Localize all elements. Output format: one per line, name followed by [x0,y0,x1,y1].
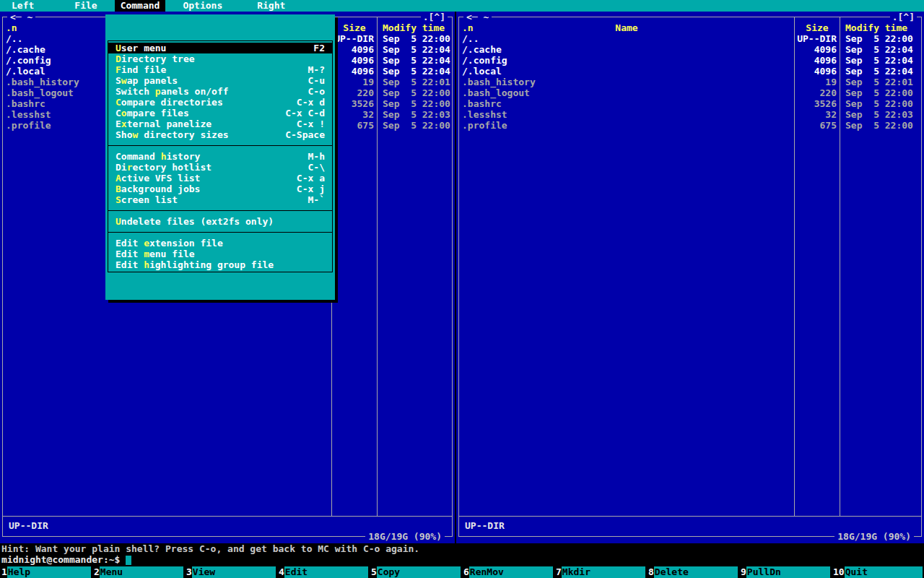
menu-item-switch-panels-on-off[interactable]: Switch panels on/offC-o [108,86,332,97]
fkey-edit[interactable]: 4Edit [277,566,370,578]
fkey-delete[interactable]: 8Delete [647,566,739,578]
menu-item-shortcut: C-x ! [297,118,325,129]
fkey-copy[interactable]: 5Copy [370,566,462,578]
menu-item-external-panelize[interactable]: External panelizeC-x ! [108,118,332,129]
free-space: 18G/19G (90%) [834,531,914,542]
menu-item-label-post: ighlighting group file [149,259,274,270]
menu-item-find-file[interactable]: Find fileM-? [108,64,332,75]
file-name: /.config [462,55,507,66]
panel-path[interactable]: <─ ~ [7,12,35,22]
column-header-mtime[interactable]: Modify time [845,22,907,33]
menu-item-directory-tree[interactable]: Directory tree [108,53,332,64]
menu-item-hotkey-letter: o [121,108,127,118]
menu-item-shortcut: C-o [308,86,325,97]
terminal-cursor [126,556,131,565]
menu-item-screen-list[interactable]: Screen listM-` [108,194,332,205]
file-name: .profile [6,120,51,131]
file-mtime: Sep 5 22:00 [383,120,450,131]
menu-item-label-pre: C [116,108,121,118]
menu-item-edit-highlighting-group-file[interactable]: Edit highlighting group file [108,259,332,270]
fkey-number: 10 [832,566,845,578]
fkey-pulldn[interactable]: 9PullDn [739,566,832,578]
file-mtime: Sep 5 22:00 [845,98,913,109]
file-name: /.local [6,66,45,77]
menu-item-command-history[interactable]: Command historyM-h [108,151,332,162]
file-name: .profile [462,120,507,131]
menu-separator [108,227,332,238]
fkey-help[interactable]: 1Help [0,566,92,578]
fkey-mkdir[interactable]: 7Mkdir [554,566,647,578]
menu-item-label-post: ternal panelize [127,118,212,129]
panel-path[interactable]: <─ ~ [463,12,492,22]
file-row[interactable]: .bashrc3526Sep 5 22:00 [459,98,921,109]
file-name: .bash_history [6,77,79,87]
menu-item-shortcut: C-x a [297,173,325,184]
file-row[interactable]: /..UP--DIRSep 5 22:00 [459,33,921,44]
fkey-number: 4 [277,566,284,578]
menu-item-background-jobs[interactable]: Background jobsC-x j [108,184,332,194]
menu-item-show-directory-sizes[interactable]: Show directory sizesC-Space [108,129,332,140]
menu-item-user-menu[interactable]: User menuF2 [108,43,332,53]
menu-item-compare-files[interactable]: Compare filesC-x C-d [108,108,332,118]
file-size: 675 [747,120,837,131]
file-name: /.cache [462,44,502,55]
file-row[interactable]: .lesshst32Sep 5 22:03 [459,109,921,120]
panel-history-control[interactable]: .[^] [890,12,917,22]
file-row[interactable]: /.cache4096Sep 5 22:04 [459,44,921,55]
file-row[interactable]: /.local4096Sep 5 22:04 [459,66,921,77]
file-row[interactable]: /.config4096Sep 5 22:04 [459,55,921,66]
menu-item-label-post: irectory tree [121,53,195,64]
menu-item-label-post: ap panels [127,75,178,86]
file-row[interactable]: .bash_history19Sep 5 22:01 [459,77,921,87]
column-header-mtime[interactable]: Modify time [383,22,445,33]
menubar-item-file[interactable]: File [69,0,103,12]
fkey-label: Menu [100,566,183,578]
menubar-item-left[interactable]: Left [6,0,40,12]
menu-item-undelete-files-ext2fs-only[interactable]: Undelete files (ext2fs only) [108,216,332,227]
fkey-number: 9 [739,566,746,578]
file-name: .lesshst [6,109,51,120]
menu-separator-line [108,232,332,233]
fkey-number: 7 [554,566,562,578]
menu-item-active-vfs-list[interactable]: Active VFS listC-x a [108,173,332,184]
fkey-quit[interactable]: 10Quit [832,566,924,578]
file-size: 19 [747,77,837,87]
file-name: /.local [462,66,502,77]
fkey-view[interactable]: 3View [185,566,277,578]
menu-item-hotkey-letter: w [121,75,127,86]
menu-item-label-post: ser menu [121,43,167,53]
menu-item-directory-hotlist[interactable]: Directory hotlistC-\ [108,162,332,173]
panel-history-control[interactable]: .[^] [421,12,448,22]
menu-item-swap-panels[interactable]: Swap panelsC-u [108,75,332,86]
file-mtime: Sep 5 22:04 [383,55,450,66]
file-mtime: Sep 5 22:03 [383,109,450,120]
menu-item-edit-extension-file[interactable]: Edit extension file [108,238,332,249]
menu-item-hotkey-letter: h [144,259,149,270]
menu-item-edit-menu-file[interactable]: Edit menu file [108,249,332,259]
menu-item-compare-directories[interactable]: Compare directoriesC-x d [108,97,332,108]
file-mtime: Sep 5 22:03 [845,109,913,120]
column-header-size[interactable]: Size [332,22,377,33]
fkey-renmov[interactable]: 6RenMov [462,566,554,578]
mini-status: UP--DIR [9,520,48,531]
menu-item-hotkey-letter: x [121,118,127,129]
file-size: 32 [747,109,837,120]
command-line[interactable]: midnight@commander:~$ [1,554,131,565]
file-mtime: Sep 5 22:00 [383,87,450,98]
column-header-size[interactable]: Size [795,22,840,33]
fkey-number: 3 [185,566,192,578]
menu-item-shortcut: C-x j [297,184,325,194]
file-row[interactable]: .bash_logout220Sep 5 22:00 [459,87,921,98]
menu-item-shortcut: C-x C-d [285,108,325,118]
column-header-name[interactable]: Name [459,22,794,33]
file-name: /.. [6,33,22,44]
menubar-item-right[interactable]: Right [251,0,291,12]
menubar-item-options[interactable]: Options [177,0,228,12]
menu-item-hotkey-letter: m [144,249,149,259]
file-row[interactable]: .profile675Sep 5 22:00 [459,120,921,131]
fkey-label: PullDn [746,566,830,578]
menu-item-label-pre: Sho [116,129,132,140]
fkey-menu[interactable]: 2Menu [92,566,185,578]
file-name: .lesshst [462,109,507,120]
menubar-item-command[interactable]: Command [115,0,166,12]
